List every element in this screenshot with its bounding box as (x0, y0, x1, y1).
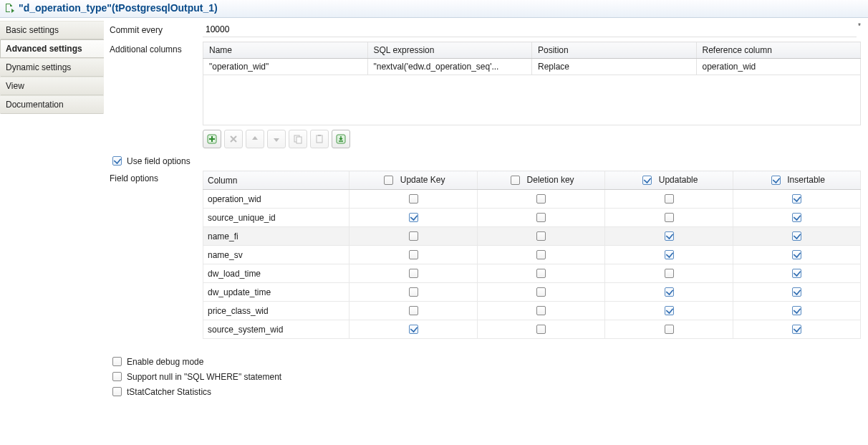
field-cell-del[interactable] (477, 227, 605, 246)
addcols-cell-name[interactable]: "operation_wid" (203, 59, 368, 75)
move-up-button[interactable] (246, 130, 264, 148)
field-checkbox-del[interactable] (536, 325, 546, 334)
field-checkbox-upd[interactable] (409, 287, 418, 297)
field-checkbox-updatable[interactable] (665, 325, 674, 334)
field-options-table[interactable]: Column Update Key Deletion key Updatable (203, 171, 861, 339)
field-checkbox-upd[interactable] (409, 306, 418, 315)
field-cell-updatable[interactable] (605, 246, 733, 264)
paste-button[interactable] (310, 130, 329, 148)
support-null-checkbox[interactable] (112, 372, 122, 381)
field-header-deletionkey[interactable]: Deletion key (477, 171, 605, 190)
field-checkbox-upd[interactable] (409, 250, 418, 259)
field-row[interactable]: source_system_wid (203, 320, 861, 339)
field-checkbox-del[interactable] (536, 194, 546, 204)
addcols-cell-sql[interactable]: "nextval('edw.d_operation_seq'... (367, 59, 532, 75)
field-cell-upd[interactable] (349, 209, 478, 227)
field-cell-column[interactable]: name_fi (203, 227, 349, 246)
field-cell-upd[interactable] (349, 320, 478, 339)
field-header-deletionkey-checkbox[interactable] (511, 176, 520, 185)
field-row[interactable]: name_fi (203, 227, 861, 246)
add-row-button[interactable] (203, 130, 221, 148)
field-cell-updatable[interactable] (605, 209, 733, 227)
addcols-row[interactable]: "operation_wid""nextval('edw.d_operation… (203, 59, 861, 75)
field-cell-updatable[interactable] (605, 320, 733, 339)
field-checkbox-updatable[interactable] (665, 213, 674, 222)
import-button[interactable] (332, 130, 350, 148)
field-checkbox-ins[interactable] (792, 213, 801, 222)
settings-tab-basic-settings[interactable]: Basic settings (0, 21, 104, 39)
field-checkbox-del[interactable] (536, 287, 546, 297)
addcols-empty-space[interactable] (203, 75, 861, 125)
field-checkbox-updatable[interactable] (665, 250, 674, 259)
field-cell-updatable[interactable] (605, 302, 733, 320)
field-cell-updatable[interactable] (605, 227, 733, 246)
field-header-insertable-checkbox[interactable] (771, 176, 781, 185)
field-cell-ins[interactable] (733, 283, 861, 302)
field-cell-ins[interactable] (733, 227, 861, 246)
use-field-options-checkbox[interactable] (112, 156, 122, 166)
field-checkbox-updatable[interactable] (665, 306, 674, 315)
addcols-cell-pos[interactable]: Replace (532, 59, 697, 75)
field-cell-del[interactable] (477, 302, 605, 320)
field-cell-updatable[interactable] (605, 283, 733, 302)
field-checkbox-updatable[interactable] (665, 194, 674, 204)
field-header-updatekey-checkbox[interactable] (384, 176, 393, 185)
field-cell-column[interactable]: source_system_wid (203, 320, 349, 339)
field-checkbox-del[interactable] (536, 231, 546, 241)
field-cell-ins[interactable] (733, 209, 861, 227)
field-header-column[interactable]: Column (203, 171, 349, 190)
field-checkbox-ins[interactable] (792, 269, 801, 278)
field-cell-upd[interactable] (349, 190, 478, 209)
addcols-header-ref[interactable]: Reference column (696, 42, 861, 59)
field-row[interactable]: dw_load_time (203, 264, 861, 283)
field-header-updatable-checkbox[interactable] (642, 176, 652, 185)
field-cell-ins[interactable] (733, 320, 861, 339)
addcols-header-sql[interactable]: SQL expression (367, 42, 532, 59)
field-header-updatekey[interactable]: Update Key (349, 171, 478, 190)
field-cell-column[interactable]: price_class_wid (203, 302, 349, 320)
field-header-insertable[interactable]: Insertable (733, 171, 861, 190)
field-cell-upd[interactable] (349, 246, 478, 264)
field-checkbox-upd[interactable] (409, 213, 418, 222)
field-checkbox-upd[interactable] (409, 231, 418, 241)
field-row[interactable]: operation_wid (203, 190, 861, 209)
field-cell-column[interactable]: dw_load_time (203, 264, 349, 283)
field-cell-ins[interactable] (733, 246, 861, 264)
field-checkbox-ins[interactable] (792, 250, 801, 259)
remove-row-button[interactable] (224, 130, 243, 148)
field-checkbox-del[interactable] (536, 213, 546, 222)
field-checkbox-del[interactable] (536, 269, 546, 278)
field-checkbox-ins[interactable] (792, 325, 801, 334)
field-cell-ins[interactable] (733, 190, 861, 209)
field-cell-del[interactable] (477, 209, 605, 227)
tstatcatcher-checkbox[interactable] (112, 387, 122, 396)
additional-columns-table[interactable]: Name SQL expression Position Reference c… (203, 42, 861, 125)
addcols-header-pos[interactable]: Position (532, 42, 697, 59)
settings-tab-dynamic-settings[interactable]: Dynamic settings (0, 58, 104, 77)
field-checkbox-updatable[interactable] (665, 287, 674, 297)
commit-every-input[interactable] (203, 22, 857, 37)
field-checkbox-ins[interactable] (792, 231, 801, 241)
field-checkbox-updatable[interactable] (665, 231, 674, 241)
field-checkbox-del[interactable] (536, 306, 546, 315)
field-checkbox-ins[interactable] (792, 306, 801, 315)
field-cell-del[interactable] (477, 190, 605, 209)
field-cell-column[interactable]: source_unique_id (203, 209, 349, 227)
field-cell-column[interactable]: name_sv (203, 246, 349, 264)
settings-tab-advanced-settings[interactable]: Advanced settings (0, 39, 104, 58)
field-cell-del[interactable] (477, 264, 605, 283)
field-cell-ins[interactable] (733, 264, 861, 283)
field-cell-upd[interactable] (349, 264, 478, 283)
field-cell-upd[interactable] (349, 283, 478, 302)
field-cell-del[interactable] (477, 320, 605, 339)
field-cell-updatable[interactable] (605, 264, 733, 283)
field-row[interactable]: price_class_wid (203, 302, 861, 320)
field-checkbox-ins[interactable] (792, 194, 801, 204)
settings-tab-view[interactable]: View (0, 77, 104, 95)
field-cell-ins[interactable] (733, 302, 861, 320)
field-cell-updatable[interactable] (605, 190, 733, 209)
field-cell-del[interactable] (477, 246, 605, 264)
field-row[interactable]: source_unique_id (203, 209, 861, 227)
field-row[interactable]: dw_update_time (203, 283, 861, 302)
addcols-header-name[interactable]: Name (203, 42, 368, 59)
